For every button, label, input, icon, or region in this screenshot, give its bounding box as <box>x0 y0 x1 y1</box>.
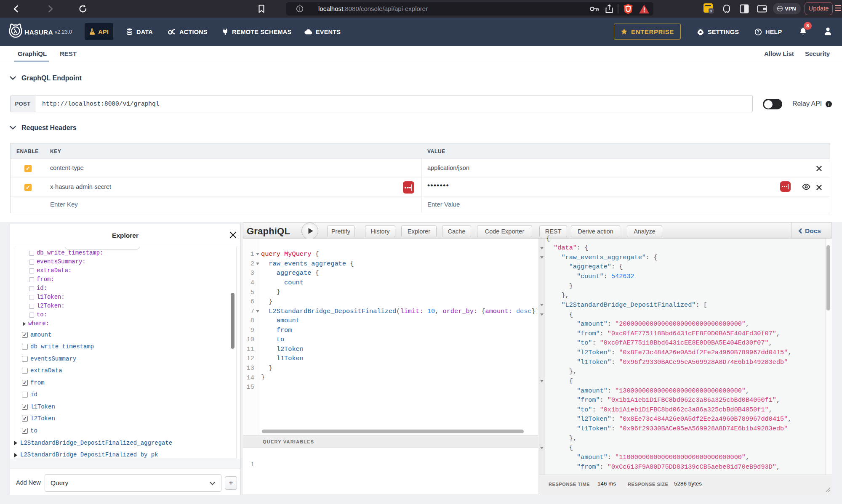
svg-text:?: ? <box>757 29 759 34</box>
